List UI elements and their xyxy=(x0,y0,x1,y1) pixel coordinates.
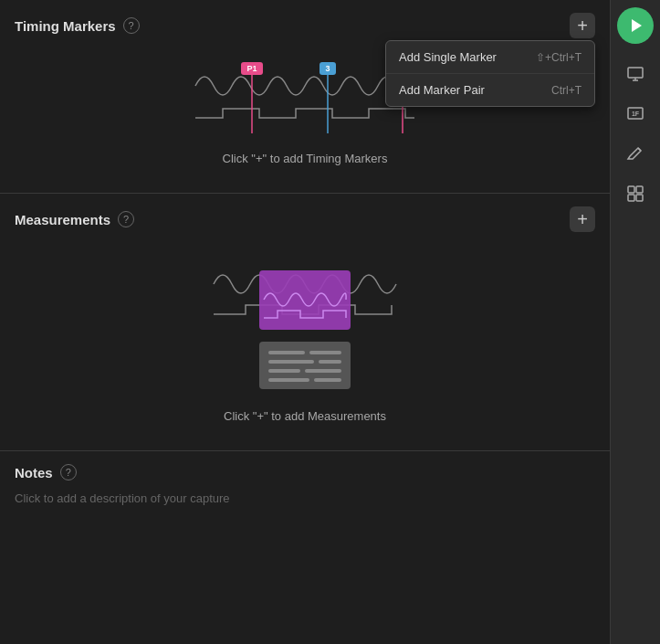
timing-markers-click-to-add: Click "+" to add Timing Markers xyxy=(223,152,388,165)
timing-markers-dropdown: Add Single Marker ⇧+Ctrl+T Add Marker Pa… xyxy=(385,40,595,107)
timing-markers-section: Timing Markers ? + Add Single Marker ⇧+C… xyxy=(0,0,610,194)
display-button[interactable] xyxy=(617,55,654,91)
svg-rect-11 xyxy=(268,351,305,354)
svg-marker-19 xyxy=(632,19,642,32)
svg-rect-15 xyxy=(268,369,300,373)
measurement-visual xyxy=(204,252,405,398)
right-sidebar: 1F xyxy=(610,0,660,644)
svg-rect-20 xyxy=(628,68,643,78)
notes-placeholder[interactable]: Click to add a description of your captu… xyxy=(15,491,595,505)
grid-button[interactable] xyxy=(617,175,654,212)
edit-icon xyxy=(625,143,645,164)
notes-title-row: Notes ? xyxy=(15,464,77,480)
timing-markers-help-icon[interactable]: ? xyxy=(123,17,140,34)
svg-rect-9 xyxy=(259,270,351,330)
svg-rect-28 xyxy=(628,195,634,201)
add-marker-pair-shortcut: Ctrl+T xyxy=(551,84,581,97)
svg-rect-14 xyxy=(319,360,341,364)
grid-icon xyxy=(625,184,645,204)
svg-rect-10 xyxy=(259,342,351,389)
measurements-click-to-add: Click "+" to add Measurements xyxy=(224,409,386,423)
timing-markers-title-row: Timing Markers ? xyxy=(15,17,140,34)
frame-icon: 1F xyxy=(625,103,645,123)
measurement-svg xyxy=(204,252,405,398)
measurements-help-icon[interactable]: ? xyxy=(118,211,134,227)
main-content: Timing Markers ? + Add Single Marker ⇧+C… xyxy=(0,0,610,644)
display-icon xyxy=(625,63,645,83)
svg-rect-16 xyxy=(305,369,341,373)
add-single-marker-label: Add Single Marker xyxy=(399,50,497,64)
svg-rect-29 xyxy=(636,195,643,201)
svg-text:P1: P1 xyxy=(246,64,257,73)
edit-button[interactable] xyxy=(617,135,654,172)
timing-markers-header: Timing Markers ? + xyxy=(15,13,595,38)
svg-line-25 xyxy=(638,148,641,151)
svg-text:3: 3 xyxy=(325,64,330,73)
measurements-section: Measurements ? + xyxy=(0,194,610,451)
svg-rect-12 xyxy=(309,351,341,354)
add-marker-pair-item[interactable]: Add Marker Pair Ctrl+T xyxy=(386,74,594,106)
svg-rect-13 xyxy=(268,360,314,364)
measurements-title-row: Measurements ? xyxy=(15,211,134,227)
measurements-header: Measurements ? + xyxy=(15,206,595,232)
measurements-title: Measurements xyxy=(15,212,110,227)
add-single-marker-shortcut: ⇧+Ctrl+T xyxy=(536,51,581,64)
svg-text:1F: 1F xyxy=(632,111,640,117)
svg-rect-18 xyxy=(314,378,341,382)
measurement-diagram: Click "+" to add Measurements xyxy=(15,243,595,438)
timing-markers-add-button[interactable]: + xyxy=(570,13,595,38)
notes-help-icon[interactable]: ? xyxy=(60,464,77,480)
svg-rect-26 xyxy=(628,186,634,193)
notes-section: Notes ? Click to add a description of yo… xyxy=(0,451,610,518)
notes-header: Notes ? xyxy=(15,464,595,480)
svg-rect-27 xyxy=(636,186,643,193)
timing-markers-title: Timing Markers xyxy=(15,18,116,34)
play-button[interactable] xyxy=(617,7,654,44)
add-single-marker-item[interactable]: Add Single Marker ⇧+Ctrl+T xyxy=(386,41,594,74)
measurements-add-button[interactable]: + xyxy=(570,206,595,232)
notes-title: Notes xyxy=(15,465,53,480)
play-icon xyxy=(625,16,645,36)
frame-button[interactable]: 1F xyxy=(617,95,654,132)
svg-rect-17 xyxy=(268,378,309,382)
add-marker-pair-label: Add Marker Pair xyxy=(399,83,485,97)
